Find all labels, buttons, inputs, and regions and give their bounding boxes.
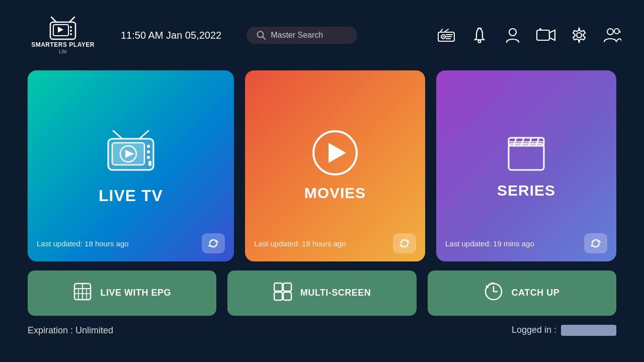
radio-icon[interactable]: [435, 24, 458, 47]
multi-screen-card[interactable]: MULTI-SCREEN: [227, 270, 416, 316]
svg-point-26: [607, 29, 613, 35]
top-cards-row: LIVE TV Last updated: 18 hours ago MOVIE…: [28, 70, 616, 261]
series-refresh-button[interactable]: [584, 233, 607, 253]
live-tv-icon: [101, 127, 161, 177]
svg-rect-21: [537, 30, 549, 40]
live-tv-updated: Last updated: 18 hours ago: [37, 239, 129, 248]
live-tv-card[interactable]: LIVE TV Last updated: 18 hours ago: [28, 70, 234, 261]
logo-name: SMARTERS PLAYER: [31, 41, 95, 49]
movies-footer: Last updated: 18 hours ago: [254, 233, 416, 253]
svg-marker-4: [58, 27, 63, 33]
movies-refresh-icon: [399, 238, 410, 249]
svg-marker-50: [590, 244, 594, 246]
live-tv-refresh-button[interactable]: [202, 233, 225, 253]
logged-in-label: Logged in :: [512, 325, 556, 335]
svg-rect-37: [148, 161, 151, 166]
live-tv-label: LIVE TV: [99, 187, 163, 205]
logo: SMARTERS PLAYER Lite: [20, 16, 106, 55]
catch-up-card[interactable]: CATCH UP: [428, 270, 616, 316]
logo-tv-icon: [47, 16, 78, 41]
movies-play-icon: [312, 130, 358, 175]
svg-point-18: [478, 40, 481, 43]
svg-line-1: [69, 17, 74, 22]
header: SMARTERS PLAYER Lite 11:50 AM Jan 05,202…: [0, 0, 644, 70]
series-card[interactable]: SERIES Last updated: 19 mins ago: [436, 70, 616, 261]
svg-rect-58: [283, 283, 291, 291]
series-footer: Last updated: 19 mins ago: [445, 233, 607, 253]
series-refresh-icon: [590, 238, 601, 249]
svg-marker-41: [399, 244, 403, 246]
profile-icon[interactable]: [501, 24, 524, 47]
play-triangle: [329, 143, 346, 163]
multi-screen-label: MULTI-SCREEN: [300, 288, 371, 299]
svg-point-20: [509, 29, 516, 36]
svg-point-23: [539, 28, 541, 30]
multi-screen-icon: [273, 282, 292, 305]
header-icons: [435, 24, 624, 47]
notification-icon[interactable]: [468, 24, 491, 47]
svg-line-29: [139, 131, 148, 139]
logged-in-value: [561, 325, 616, 336]
svg-point-35: [147, 150, 150, 153]
svg-marker-39: [208, 244, 212, 246]
live-epg-label: LIVE WITH EPG: [100, 288, 171, 299]
live-epg-card[interactable]: LIVE WITH EPG: [28, 270, 216, 316]
svg-rect-59: [274, 292, 282, 300]
live-epg-icon: [73, 282, 92, 305]
live-tv-footer: Last updated: 18 hours ago: [37, 233, 225, 253]
users-icon[interactable]: [601, 24, 624, 47]
svg-point-12: [443, 36, 444, 38]
logged-in-info: Logged in :: [512, 325, 616, 336]
movies-updated: Last updated: 18 hours ago: [254, 239, 346, 248]
logo-lite: Lite: [59, 49, 67, 54]
settings-icon[interactable]: [568, 24, 591, 47]
series-updated: Last updated: 19 mins ago: [445, 239, 534, 248]
search-bar[interactable]: Master Search: [247, 27, 357, 44]
svg-point-7: [70, 33, 72, 35]
catch-up-icon: [484, 282, 503, 305]
movies-label: MOVIES: [304, 185, 366, 202]
datetime: 11:50 AM Jan 05,2022: [121, 30, 221, 41]
series-icon: [504, 133, 549, 173]
bottom-cards-row: LIVE WITH EPG MULTI-SCREEN: [28, 270, 616, 316]
svg-point-6: [70, 30, 72, 32]
refresh-icon: [208, 238, 219, 249]
record-icon[interactable]: [534, 24, 557, 47]
svg-marker-22: [549, 30, 555, 40]
movies-card[interactable]: MOVIES Last updated: 18 hours ago: [245, 70, 425, 261]
catch-up-label: CATCH UP: [511, 288, 559, 299]
svg-point-5: [70, 26, 72, 28]
search-icon: [257, 31, 266, 40]
expiration-label: Expiration :: [28, 325, 73, 335]
search-placeholder: Master Search: [271, 31, 323, 40]
svg-line-0: [51, 17, 56, 22]
series-label: SERIES: [497, 182, 555, 199]
main-content: LIVE TV Last updated: 18 hours ago MOVIE…: [0, 70, 644, 316]
svg-point-25: [577, 33, 582, 38]
svg-point-34: [147, 145, 150, 148]
footer: Expiration : Unlimited Logged in :: [0, 316, 644, 336]
svg-point-36: [147, 156, 150, 159]
svg-line-9: [263, 37, 265, 39]
svg-rect-57: [274, 283, 282, 291]
movies-refresh-button[interactable]: [393, 233, 416, 253]
svg-line-28: [113, 131, 122, 139]
svg-rect-42: [509, 144, 544, 170]
svg-rect-60: [283, 292, 291, 300]
expiration-info: Expiration : Unlimited: [28, 325, 113, 336]
expiration-value: Unlimited: [75, 325, 113, 335]
